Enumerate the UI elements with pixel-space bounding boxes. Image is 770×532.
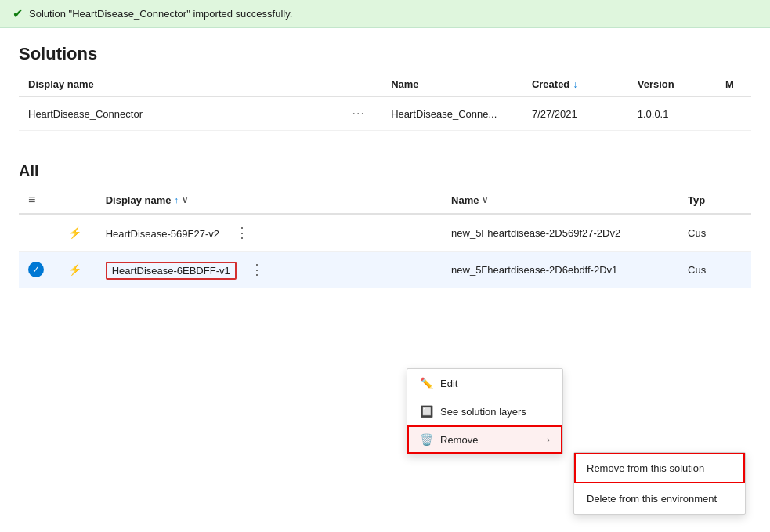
created-sort-icon: ↓ [573,79,577,90]
th-all-type: Typ [678,186,751,214]
row1-display-name: HeartDisease-569F27-v2 ⋮ [96,214,442,252]
th-check: ≡ [19,186,59,214]
layers-icon: 🔲 [420,405,432,418]
th-dots [335,72,381,97]
solution-dots-button[interactable]: ··· [348,105,370,122]
th-more: M [716,72,751,97]
remove-chevron-icon: › [547,435,550,444]
name-chevron-icon: ∨ [482,195,488,205]
solutions-table-row: HeartDisease_Connector ··· HeartDisease_… [19,97,751,131]
solution-more [716,97,751,131]
th-display-name: Display name [19,72,335,97]
solutions-table-wrapper: Display name Name Created ↓ Version M [0,72,770,131]
th-all-display-name[interactable]: Display name ↑ ∨ [96,186,442,214]
edit-icon: ✏️ [420,377,432,389]
solution-created: 7/27/2021 [522,97,628,131]
th-icon [59,186,96,214]
row1-name: new_5Fheartdisease-2D569f27-2Dv2 [442,214,678,252]
selected-row-outline: HeartDisease-6EBDFF-v1 [106,262,237,280]
solution-name: HeartDisease_Conne... [381,97,522,131]
selected-check-icon: ✓ [28,262,44,277]
row2-name: new_5Fheartdisease-2D6ebdff-2Dv1 [442,252,678,288]
row2-type: Cus [678,252,751,288]
success-icon: ✔ [13,6,23,21]
context-menu-solution-layers[interactable]: 🔲 See solution layers [407,397,562,425]
section-divider [0,131,770,156]
solution-dots-cell: ··· [335,97,381,131]
all-table-row-selected: ✓ ⚡ HeartDisease-6EBDFF-v1 ⋮ new_5Fheart… [19,252,751,288]
delete-from-environment-item[interactable]: Delete from this environment [574,483,745,514]
row2-dots-button[interactable]: ⋮ [245,259,269,280]
row2-check: ✓ [19,252,59,288]
context-menu: ✏️ Edit 🔲 See solution layers 🗑️ Remove … [407,368,563,454]
row2-display-name: HeartDisease-6EBDFF-v1 ⋮ [96,252,442,288]
solutions-table-header: Display name Name Created ↓ Version M [19,72,751,97]
display-chevron-icon: ∨ [182,195,188,205]
connector-icon: ⚡ [68,226,81,239]
connector-icon-2: ⚡ [68,263,81,276]
row1-icon: ⚡ [59,214,96,252]
all-table-header: ≡ Display name ↑ ∨ Name ∨ [19,186,751,214]
solution-version: 1.0.0.1 [628,97,716,131]
all-section-title: All [0,156,770,186]
row1-dots-button[interactable]: ⋮ [230,223,255,243]
th-all-name[interactable]: Name ∨ [442,186,678,214]
context-menu-edit[interactable]: ✏️ Edit [407,369,562,397]
page-title: Solutions [0,28,770,72]
success-banner: ✔ Solution "HeartDisease_Connector" impo… [0,0,770,28]
th-name: Name [381,72,522,97]
solutions-table: Display name Name Created ↓ Version M [19,72,751,131]
remove-from-solution-item[interactable]: Remove from this solution [574,453,745,483]
th-created[interactable]: Created ↓ [522,72,628,97]
remove-submenu: Remove from this solution Delete from th… [573,452,746,515]
remove-icon: 🗑️ [420,433,432,446]
th-version: Version [628,72,716,97]
display-sort-up-icon: ↑ [175,195,179,204]
row2-icon: ⚡ [59,252,96,288]
context-menu-remove[interactable]: 🗑️ Remove › [407,425,562,454]
row1-type: Cus [678,214,751,252]
sort-icon: ≡ [28,193,35,206]
banner-message: Solution "HeartDisease_Connector" import… [29,8,292,20]
all-table-row: ⚡ HeartDisease-569F27-v2 ⋮ new_5Fheartdi… [19,214,751,252]
solution-display-name: HeartDisease_Connector [19,97,335,131]
row1-check [19,214,59,252]
all-table: ≡ Display name ↑ ∨ Name ∨ [19,186,751,288]
all-table-wrapper: ≡ Display name ↑ ∨ Name ∨ [0,186,770,288]
